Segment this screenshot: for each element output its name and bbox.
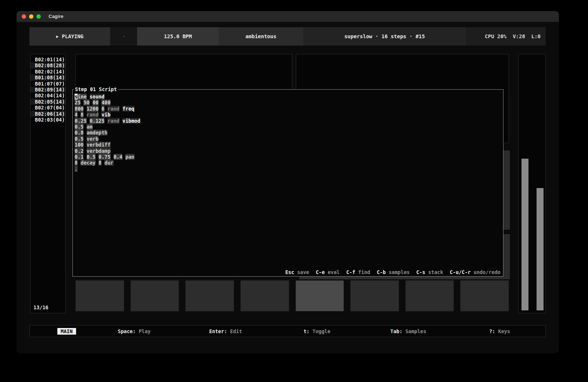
sample-list-item[interactable]: B02:08(28): [31, 62, 65, 68]
script-token: 8: [80, 112, 83, 118]
level-meter-panel: [518, 54, 546, 313]
modal-keybind: C-u/C-r undo/redo: [450, 269, 501, 275]
script-editor[interactable]: sine sound25 50 00 400800 1200 6 rand fr…: [75, 94, 501, 172]
keybind-key: Esc: [285, 269, 294, 275]
beat-indicator: ·: [110, 27, 137, 46]
step-box-active[interactable]: [295, 280, 344, 311]
app-window: Cagire ▶ PLAYING · 125.0 BPM ambientous …: [17, 11, 559, 353]
keybind-key: C-u/C-r: [450, 269, 471, 275]
sample-list-position: 13/16: [33, 304, 49, 310]
script-token: 0.4: [114, 154, 122, 160]
script-token: 100: [75, 142, 83, 148]
level-meter-bar: [537, 188, 544, 310]
sample-list-item[interactable]: B02:05(14): [31, 99, 65, 105]
patch-name: ambientous: [219, 27, 303, 46]
minimize-window-icon[interactable]: [29, 14, 33, 19]
sample-list-item[interactable]: B01:08(14): [31, 75, 65, 80]
sample-list: B02:01(14)B02:08(28)B02:02(14)B01:08(14)…: [31, 57, 65, 123]
script-line: sine sound: [75, 94, 501, 100]
modal-title: Step 01 Script: [74, 86, 118, 93]
script-token: 800: [75, 106, 83, 112]
script-token: 0.5: [75, 124, 83, 130]
statusbar-keybind: Tab: Samples: [363, 328, 454, 334]
statusbar-keybind: t: Toggle: [271, 328, 363, 334]
script-token: 0.125: [90, 118, 105, 124]
modal-keybind-hints: Esc saveC-e evalC-f findC-b samplesC-s s…: [285, 269, 501, 275]
script-token: ine: [78, 94, 86, 100]
step-box[interactable]: [460, 280, 509, 311]
sample-list-item[interactable]: B02:06(14): [31, 111, 65, 117]
script-token: verbdiff: [87, 142, 111, 148]
pattern-info: superslow · 16 steps · #15: [303, 27, 466, 46]
close-window-icon[interactable]: [22, 14, 26, 19]
sample-list-item[interactable]: B02:02(14): [31, 69, 65, 75]
script-line: 0.5 am: [75, 124, 501, 130]
script-token: 0.5: [75, 136, 83, 142]
script-token: 0.25: [75, 118, 87, 124]
play-state-button[interactable]: ▶ PLAYING: [29, 27, 110, 46]
script-token: 8: [75, 160, 78, 166]
script-token: 4: [75, 112, 78, 118]
modal-keybind: C-s stack: [416, 269, 443, 275]
keybind-key: Tab:: [390, 328, 402, 334]
modal-keybind: C-b samples: [377, 269, 409, 275]
script-token: 0.8: [75, 130, 83, 136]
script-token: pan: [125, 154, 134, 160]
window-titlebar[interactable]: Cagire: [17, 11, 559, 22]
script-line: .: [75, 166, 501, 172]
level-meter-bar: [521, 159, 528, 310]
sample-list-item[interactable]: B02:07(04): [31, 105, 65, 111]
script-token: 25: [75, 100, 80, 105]
step-box[interactable]: [130, 280, 179, 311]
sample-list-item[interactable]: B02:03(04): [31, 117, 65, 123]
script-line: 0.1 0.5 0.75 0.4 pan: [75, 154, 501, 160]
step-box[interactable]: [350, 280, 399, 311]
step-sequencer-row: [75, 280, 509, 311]
keybind-key: ?:: [489, 328, 495, 334]
script-token: verb: [87, 136, 99, 142]
script-token: sound: [90, 94, 105, 100]
mode-cell: MAIN: [30, 322, 89, 340]
script-line: 0.25 0.125 rand vibmod: [75, 118, 501, 124]
status-bar: MAIN Space: PlayEnter: Editt: ToggleTab:…: [29, 325, 546, 337]
play-icon: ▶: [56, 34, 59, 39]
script-line: 4 8 rand vib: [75, 112, 501, 118]
step-box[interactable]: [240, 280, 289, 311]
keybind-key: C-f: [346, 269, 355, 275]
script-token: 50: [83, 100, 89, 105]
mode-badge: MAIN: [57, 328, 76, 335]
statusbar-keybind: Enter: Edit: [180, 328, 272, 334]
statusbar-keybind: Space: Play: [89, 328, 180, 334]
sample-list-item[interactable]: B02:04(14): [31, 93, 65, 98]
cpu-voice-stats: CPU 20% V:28 L:0: [466, 27, 546, 46]
bpm-display[interactable]: 125.0 BPM: [137, 27, 219, 46]
keybind-key: C-s: [416, 269, 425, 275]
step-box[interactable]: [405, 280, 454, 311]
script-line: 25 50 00 400: [75, 100, 501, 105]
script-token: 1200: [87, 106, 99, 112]
script-token: decay: [80, 160, 96, 166]
sample-list-panel: B02:01(14)B02:08(28)B02:02(14)B01:08(14)…: [30, 54, 66, 313]
transport-bar: ▶ PLAYING · 125.0 BPM ambientous supersl…: [29, 27, 546, 46]
screen-background: Cagire ▶ PLAYING · 125.0 BPM ambientous …: [0, 0, 588, 382]
text-cursor: s: [75, 94, 78, 100]
script-line: 8 decay 8 dur: [75, 160, 501, 166]
step-script-modal: Step 01 Script sine sound25 50 00 400800…: [72, 89, 503, 277]
keybind-key: Space:: [118, 328, 136, 334]
script-line: 0.5 verb: [75, 136, 501, 142]
end-cursor: .: [75, 166, 78, 172]
script-token: vib: [101, 112, 110, 118]
zoom-window-icon[interactable]: [36, 14, 41, 19]
script-token: freq: [122, 106, 135, 112]
sample-list-item[interactable]: B01:07(07): [31, 81, 65, 87]
step-box[interactable]: [75, 280, 124, 311]
script-token: amdepth: [87, 130, 108, 136]
script-line: 0.8 amdepth: [75, 130, 501, 136]
sample-list-item[interactable]: B02:01(14): [31, 57, 65, 62]
sample-list-item[interactable]: B02:09(14): [31, 87, 65, 93]
script-token: am: [87, 124, 93, 130]
script-token: rand: [107, 106, 119, 112]
script-token: 400: [101, 100, 110, 105]
script-token: 0.75: [98, 154, 111, 160]
step-box[interactable]: [185, 280, 234, 311]
